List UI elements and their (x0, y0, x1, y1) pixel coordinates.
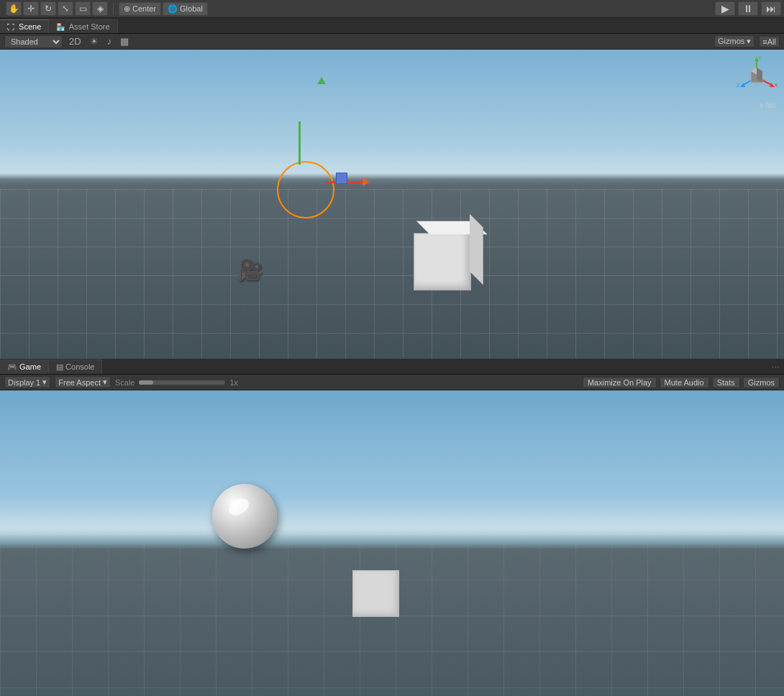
asset-store-icon: 🏪 (56, 23, 65, 31)
center-icon: ⊕ (124, 4, 130, 14)
2d-toggle-btn[interactable]: 2D (67, 35, 83, 47)
cube-mesh (414, 233, 471, 290)
game-grid (0, 544, 784, 697)
z-handle (336, 173, 347, 184)
orientation-gizmo[interactable]: Y X Z (735, 55, 778, 99)
game-tab[interactable]: 🎮 Game (0, 360, 49, 374)
asset-store-tab[interactable]: 🏪 Asset Store (49, 19, 117, 33)
y-arrow (317, 77, 326, 84)
global-icon: 🌐 (168, 4, 178, 14)
console-tab-label: Console (65, 362, 94, 371)
game-cube-object (352, 570, 399, 617)
display-dropdown[interactable]: Display 1 ▾ (4, 376, 50, 388)
scene-grid (0, 189, 784, 360)
custom-tool-btn[interactable]: ◈ (92, 1, 108, 16)
step-btn[interactable]: ⏭ (761, 1, 781, 16)
all-btn[interactable]: ≡All (759, 36, 780, 47)
scene-tab[interactable]: ⛶ Scene (0, 19, 49, 33)
gizmos-btn[interactable]: Gizmos ▾ (714, 35, 755, 47)
aspect-dropdown[interactable]: Free Aspect ▾ (55, 376, 111, 388)
playback-controls: ▶ ⏸ ⏭ (715, 1, 781, 16)
panel-options-btn[interactable]: ⋯ (767, 362, 784, 374)
sphere-highlight (226, 495, 252, 518)
display-label: Display 1 (8, 378, 40, 387)
cube-object[interactable] (414, 233, 471, 290)
move-tool-btn[interactable]: ✛ (23, 1, 39, 16)
shading-dropdown[interactable]: Shaded Wireframe (4, 35, 63, 48)
scene-tab-icon: ⛶ (7, 23, 14, 31)
global-label: Global (180, 4, 203, 13)
rotate-tool-btn[interactable]: ↻ (40, 1, 56, 16)
hand-tool-btn[interactable]: ✋ (6, 1, 22, 16)
center-btn[interactable]: ⊕ Center (119, 2, 161, 16)
svg-text:X: X (774, 82, 778, 88)
scene-toolbar: Shaded Wireframe 2D ☀ ♪ ▦ Gizmos ▾ ≡All (0, 34, 784, 50)
scale-tool-btn[interactable]: ⤡ (58, 1, 73, 16)
console-tab-icon: ▤ (56, 362, 63, 371)
scene-tab-label: Scene (19, 22, 41, 31)
scene-viewport: Y X Z ≡ Iso (0, 50, 784, 359)
dropdown-arrow: ▾ (42, 377, 47, 387)
aspect-label: Free Aspect (58, 378, 101, 387)
asset-store-label: Asset Store (69, 22, 110, 31)
stats-btn[interactable]: Stats (712, 377, 740, 388)
fx-toggle-btn[interactable]: ▦ (118, 35, 131, 47)
pause-btn[interactable]: ⏸ (738, 1, 758, 16)
game-sphere-object (212, 484, 277, 549)
divider-1 (113, 3, 114, 14)
bottom-tab-bar: 🎮 Game ▤ Console ⋯ (0, 359, 784, 375)
scene-background: Y X Z ≡ Iso (0, 50, 784, 359)
center-label: Center (132, 4, 156, 13)
iso-label: ≡ Iso (760, 101, 775, 109)
camera-object[interactable]: 🎥 (237, 258, 263, 282)
light-toggle-btn[interactable]: ☀ (88, 35, 101, 47)
mute-audio-btn[interactable]: Mute Audio (660, 377, 709, 388)
aspect-arrow: ▾ (103, 377, 107, 387)
transform-tools: ✋ ✛ ↻ ⤡ ▭ ◈ (6, 1, 108, 16)
svg-marker-7 (740, 83, 745, 87)
scale-text: Scale (115, 378, 135, 387)
scale-value: 1x (229, 378, 238, 387)
x-arrow (363, 178, 370, 186)
gizmos-area: Gizmos ▾ ≡All (714, 35, 780, 47)
top-toolbar: ✋ ✛ ↻ ⤡ ▭ ◈ ⊕ Center 🌐 Global ▶ ⏸ ⏭ (0, 0, 784, 18)
svg-text:Y: Y (758, 55, 762, 61)
game-right-buttons: Maximize On Play Mute Audio Stats Gizmos (583, 377, 780, 388)
game-toolbar: Display 1 ▾ Free Aspect ▾ Scale 1x Maxim… (0, 375, 784, 390)
game-viewport (0, 390, 784, 696)
audio-toggle-btn[interactable]: ♪ (105, 35, 114, 47)
maximize-on-play-btn[interactable]: Maximize On Play (583, 377, 657, 388)
y-axis-gizmo (298, 122, 301, 165)
console-tab[interactable]: ▤ Console (49, 360, 102, 374)
scene-tab-bar: ⛶ Scene 🏪 Asset Store (0, 18, 784, 34)
game-tab-label: Game (19, 362, 41, 371)
svg-text:Z: Z (737, 82, 740, 88)
game-tab-icon: 🎮 (7, 362, 17, 371)
global-btn[interactable]: 🌐 Global (163, 2, 208, 16)
game-background (0, 390, 784, 696)
gizmos-game-btn[interactable]: Gizmos (743, 377, 780, 388)
scale-slider[interactable] (139, 380, 225, 385)
rect-tool-btn[interactable]: ▭ (75, 1, 91, 16)
play-btn[interactable]: ▶ (715, 1, 735, 16)
center-global-group: ⊕ Center 🌐 Global (119, 2, 208, 16)
selection-ring (277, 161, 334, 219)
